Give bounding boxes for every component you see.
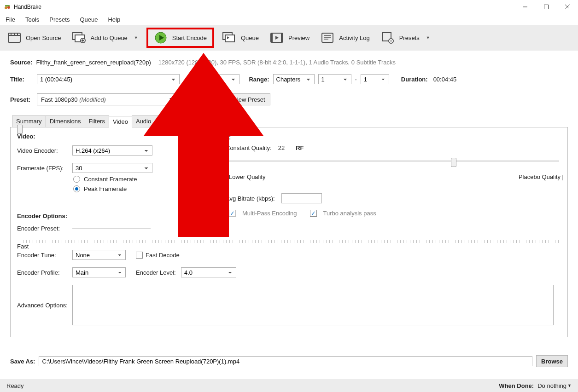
preview-icon xyxy=(270,32,284,43)
start-encode-button[interactable]: Start Encode xyxy=(146,28,214,48)
save-as-input[interactable] xyxy=(39,356,532,366)
preview-button[interactable]: Preview xyxy=(267,30,312,45)
open-source-button[interactable]: Open Source xyxy=(5,30,64,45)
close-button[interactable] xyxy=(557,0,578,14)
constant-quality-label: Constant Quality: xyxy=(226,144,272,151)
constant-fr-label: Constant Framerate xyxy=(84,176,137,183)
chevron-down-icon[interactable]: ▼ xyxy=(567,383,572,388)
radio-off-icon xyxy=(73,176,80,183)
save-as-label: Save As: xyxy=(10,358,35,365)
tab-subtitles[interactable]: Subtitles xyxy=(155,115,186,127)
multipass-checkbox[interactable] xyxy=(229,210,236,217)
angle-select[interactable]: 1 xyxy=(211,74,239,84)
avg-bitrate-input[interactable] xyxy=(281,193,322,203)
queue-icon xyxy=(222,32,236,43)
encoder-preset-value: Fast xyxy=(17,243,29,250)
menu-queue[interactable]: Queue xyxy=(79,15,99,24)
preset-row: Preset: Fast 1080p30 (Modified) Reload S… xyxy=(10,93,568,105)
quality-section: Quality: Constant Quality: 22 RF Lower Q… xyxy=(209,134,567,217)
tab-audio[interactable]: Audio xyxy=(132,115,155,127)
range-from-select[interactable]: 1 xyxy=(318,74,351,84)
maximize-button[interactable] xyxy=(536,0,557,14)
queue-button[interactable]: Queue xyxy=(220,30,262,45)
preset-reload-button[interactable]: Reload xyxy=(181,93,210,105)
chevron-down-icon[interactable]: ▼ xyxy=(134,35,138,40)
encoder-label: Video Encoder: xyxy=(17,147,72,154)
avg-bitrate-label: Avg Bitrate (kbps): xyxy=(226,195,275,202)
encoder-tune-label: Encoder Tune: xyxy=(17,252,72,259)
menu-presets[interactable]: Presets xyxy=(48,15,70,24)
radio-on-icon xyxy=(73,185,80,192)
window-title: HandBrake xyxy=(14,4,514,10)
angle-label: Angle: xyxy=(189,76,207,83)
encoder-tune-select[interactable]: None xyxy=(72,250,126,260)
range-to-select[interactable]: 1 xyxy=(361,74,389,84)
status-text: Ready xyxy=(6,382,24,389)
video-panel: Video: Video Encoder: H.264 (x264) Frame… xyxy=(10,127,568,337)
add-queue-label: Add to Queue xyxy=(91,35,128,41)
menu-file[interactable]: File xyxy=(5,15,16,24)
cq-value: 22 xyxy=(278,144,285,151)
fps-select[interactable]: 30 xyxy=(72,163,152,173)
play-icon xyxy=(154,32,168,43)
log-icon xyxy=(321,32,334,43)
add-queue-button[interactable]: Add to Queue ▼ xyxy=(70,30,141,45)
add-queue-icon xyxy=(72,32,86,43)
title-row: Title: 1 (00:04:45) Angle: 1 Range: Chap… xyxy=(10,74,568,84)
encoder-profile-label: Encoder Profile: xyxy=(17,269,72,276)
tab-dimensions[interactable]: Dimensions xyxy=(46,115,85,127)
lower-quality-label: Lower Quality xyxy=(229,173,265,180)
multipass-label: Multi-Pass Encoding xyxy=(242,210,297,217)
range-type-select[interactable]: Chapters xyxy=(273,74,315,84)
when-done-value: Do nothing xyxy=(537,382,566,389)
activity-log-label: Activity Log xyxy=(339,35,369,41)
toolbar: Open Source Add to Queue ▼ Start Encode … xyxy=(0,25,578,51)
menubar: File Tools Presets Queue Help xyxy=(0,14,578,25)
svg-point-32 xyxy=(390,40,391,42)
encoder-select[interactable]: H.264 (x264) xyxy=(72,145,152,156)
save-as-row: Save As: Browse xyxy=(10,355,568,367)
constant-quality-radio[interactable] xyxy=(212,144,219,151)
browse-button[interactable]: Browse xyxy=(536,355,568,367)
peak-fr-label: Peak Framerate xyxy=(84,185,127,192)
title-select[interactable]: 1 (00:04:45) xyxy=(37,74,180,84)
preview-label: Preview xyxy=(288,35,309,41)
activity-log-button[interactable]: Activity Log xyxy=(318,30,372,45)
preset-select[interactable]: Fast 1080p30 (Modified) xyxy=(37,93,177,105)
tab-video[interactable]: Video xyxy=(109,116,132,127)
avg-bitrate-radio[interactable] xyxy=(212,195,219,202)
preset-label: Preset: xyxy=(10,96,33,103)
chevron-down-icon[interactable]: ▼ xyxy=(426,35,430,40)
tab-filters[interactable]: Filters xyxy=(85,115,109,127)
when-done-label: When Done: xyxy=(499,382,534,389)
svg-rect-26 xyxy=(322,33,333,42)
source-row: Source: Filthy_frank_green_screen_reuplo… xyxy=(10,59,568,66)
svg-rect-20 xyxy=(225,35,234,42)
presets-button[interactable]: Presets ▼ xyxy=(378,30,433,45)
open-source-label: Open Source xyxy=(26,35,61,41)
duration-label: Duration: xyxy=(401,76,428,83)
queue-label: Queue xyxy=(241,35,259,41)
svg-rect-25 xyxy=(281,33,283,42)
encoder-level-select[interactable]: 4.0 xyxy=(181,267,236,277)
minimize-button[interactable] xyxy=(514,0,536,14)
preset-save-button[interactable]: Save New Preset xyxy=(214,93,270,105)
turbo-label: Turbo analysis pass xyxy=(323,210,376,217)
turbo-checkbox[interactable] xyxy=(310,210,317,217)
encoder-preset-slider[interactable] xyxy=(72,228,151,229)
svg-rect-4 xyxy=(544,5,549,9)
tab-chapters[interactable]: Chapters xyxy=(186,115,218,127)
encoder-preset-label: Encoder Preset: xyxy=(17,225,72,232)
encoder-profile-select[interactable]: Main xyxy=(72,267,126,277)
fast-decode-checkbox[interactable] xyxy=(136,252,143,259)
quality-slider[interactable] xyxy=(229,161,559,166)
film-icon xyxy=(7,32,21,43)
advanced-options-input[interactable] xyxy=(72,285,554,325)
advanced-options-label: Advanced Options: xyxy=(17,302,72,309)
source-label: Source: xyxy=(10,59,32,66)
menu-tools[interactable]: Tools xyxy=(24,15,40,24)
preset-name: Fast 1080p30 xyxy=(41,96,78,103)
window-controls xyxy=(514,0,578,14)
menu-help[interactable]: Help xyxy=(107,15,121,24)
fast-decode-label: Fast Decode xyxy=(146,252,180,259)
